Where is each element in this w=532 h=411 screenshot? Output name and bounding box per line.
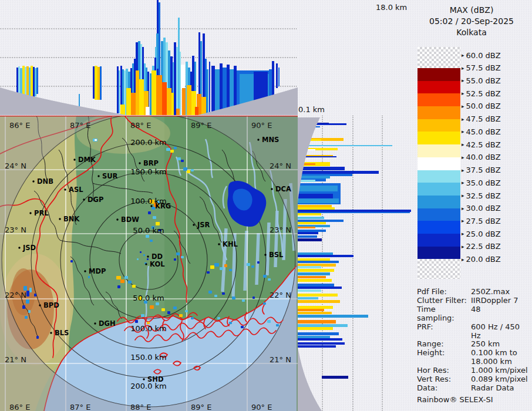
- echo-column: [201, 97, 206, 115]
- map-echo: [207, 271, 210, 274]
- dbz-colorbar: [417, 47, 460, 279]
- map-echo: [148, 211, 151, 214]
- meta-row: Range:250 km: [417, 340, 530, 349]
- city-dot: [64, 188, 66, 190]
- latitude-label: 23° N: [270, 225, 291, 234]
- echo-column: [207, 69, 208, 115]
- longitude-label: 87° E: [70, 403, 90, 411]
- map-echo: [153, 216, 156, 219]
- echo-column: [100, 66, 102, 100]
- scan-datetime: 05:02 / 20-Sep-2025: [411, 16, 532, 27]
- echo-row: [298, 327, 333, 330]
- tick-arrow-icon: ▸: [462, 218, 464, 224]
- echo-row: [298, 261, 339, 263]
- city-dot: [83, 198, 85, 200]
- echo-row: [298, 235, 317, 238]
- city-dot: [264, 254, 266, 255]
- echo-column: [187, 85, 191, 115]
- map-echo: [242, 299, 245, 302]
- min-height-axis-label: 0.1 km: [298, 105, 325, 114]
- map-echo: [177, 157, 181, 160]
- city-label: SUR: [102, 172, 118, 180]
- colorbar-band: [417, 132, 460, 144]
- legend-tick: ▸20.0 dBZ: [462, 255, 501, 264]
- map-echo: [116, 276, 121, 279]
- echo-column: [97, 67, 100, 100]
- tick-arrow-icon: ▸: [462, 142, 464, 147]
- meta-row: Clutter Filter:IIRDoppler 7: [417, 297, 530, 305]
- meta-label: Height:: [417, 349, 471, 366]
- station-name: Kolkata: [411, 27, 532, 38]
- map-echo: [241, 326, 244, 328]
- echo-column: [95, 66, 97, 100]
- city-label: PRL: [34, 209, 49, 217]
- echo-column: [31, 66, 33, 99]
- map-echo: [26, 291, 29, 297]
- longitude-label: 88° E: [130, 121, 151, 130]
- echo-column: [139, 79, 144, 115]
- city-dot: [257, 139, 259, 140]
- meta-value: Radar Data: [471, 384, 514, 393]
- tick-arrow-icon: ▸: [462, 180, 464, 186]
- echo-row: [298, 194, 333, 198]
- echo-row: [298, 306, 333, 309]
- echo-row: [298, 324, 348, 327]
- echo-column: [117, 66, 119, 113]
- legend-tick: ▸52.5 dBZ: [462, 89, 501, 97]
- echo-row: [298, 217, 324, 219]
- city-label: BRP: [143, 159, 159, 167]
- meta-row: Hor Res:1.000 km/pixel: [417, 366, 530, 375]
- legend-tick: ▸22.5 dBZ: [462, 242, 501, 251]
- map-echo: [70, 260, 73, 262]
- echo-row: [298, 145, 392, 146]
- map-echo: [146, 235, 149, 238]
- city-dot: [39, 304, 41, 306]
- city-label: DD: [151, 252, 163, 261]
- map-echo: [181, 256, 184, 258]
- latitude-label: 21° N: [5, 355, 26, 364]
- city-label: ASL: [69, 186, 83, 194]
- radar-map-panel: 200.0 km150.0 km100.0 km50.0 km50.0 km10…: [0, 116, 298, 411]
- echo-column: [20, 68, 22, 97]
- map-echo: [181, 160, 184, 162]
- colorbar-band: [417, 170, 460, 183]
- echo-row: [298, 207, 335, 210]
- echo-row: [298, 342, 345, 345]
- meta-value: 0.100 km to 18.000 km: [471, 349, 517, 366]
- map-echo: [141, 314, 144, 317]
- city-dot: [271, 188, 272, 190]
- echo-row: [298, 338, 342, 341]
- echo-row: [298, 167, 345, 170]
- city-label: BSL: [269, 251, 284, 259]
- colorbar-band: [417, 68, 460, 81]
- legend-tick: ▸55.0 dBZ: [462, 76, 501, 85]
- meta-value: 600 Hz / 450 Hz: [471, 323, 530, 341]
- map-echo: [252, 297, 255, 299]
- city-dot: [59, 218, 60, 220]
- map-echo: [276, 324, 279, 326]
- echo-row: [298, 279, 332, 282]
- echo-column: [181, 65, 185, 89]
- meta-value: 250Z.max: [471, 288, 510, 297]
- map-echo: [150, 305, 154, 309]
- map-echo: [174, 258, 176, 261]
- tick-value: 32.5 dBZ: [466, 191, 501, 200]
- legend-tick: ▸60.0 dBZ: [462, 51, 501, 59]
- tick-arrow-icon: ▸: [462, 154, 464, 160]
- city-label: MNS: [262, 136, 279, 144]
- tick-arrow-icon: ▸: [462, 244, 464, 250]
- map-echo: [185, 310, 188, 312]
- city-label: MDP: [89, 267, 106, 275]
- longitude-label: 86° E: [9, 121, 30, 130]
- city-dot: [145, 263, 147, 265]
- meta-row: PRF:600 Hz / 450 Hz: [417, 323, 530, 341]
- meta-label: Hor Res:: [417, 366, 471, 375]
- map-echo: [257, 261, 260, 264]
- city-label: DNB: [37, 177, 53, 186]
- map-echo: [170, 150, 174, 153]
- city-dot: [32, 180, 34, 182]
- map-echo: [140, 251, 142, 253]
- range-ring-label: 100.0 km: [130, 324, 167, 333]
- city-dot: [150, 205, 152, 207]
- map-echo: [176, 252, 180, 255]
